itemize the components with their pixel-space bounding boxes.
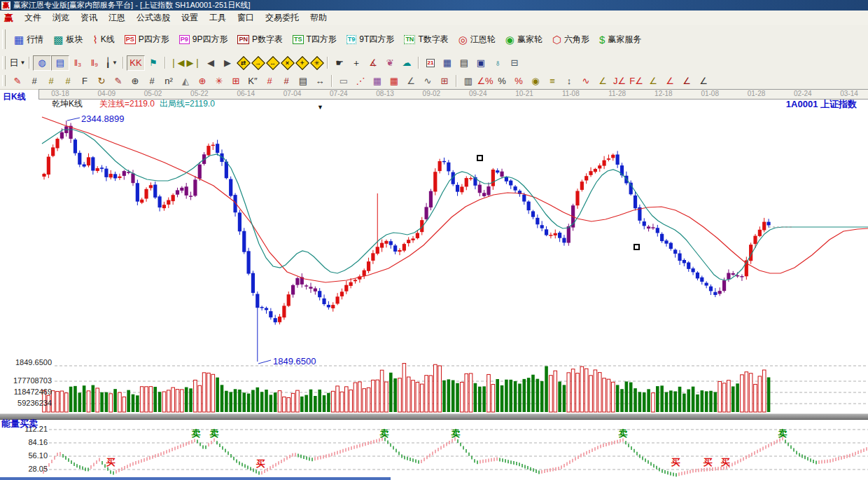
percent-tool[interactable]: % — [493, 74, 510, 88]
hexagon-button[interactable]: ⬡六角形 — [547, 32, 594, 48]
menu-item-浏览[interactable]: 浏览 — [47, 11, 75, 25]
spiral-tool[interactable]: ↻ — [93, 74, 110, 88]
shift-right-diamond-button[interactable]: → — [251, 56, 265, 69]
rect-tool[interactable]: ▭ — [335, 74, 352, 88]
f-angle-tool[interactable]: F∠ — [628, 74, 645, 88]
menu-item-资讯[interactable]: 资讯 — [75, 11, 103, 25]
menu-item-帮助[interactable]: 帮助 — [304, 11, 332, 25]
t-number-button[interactable]: TNT数字表 — [399, 32, 453, 48]
toolbar-grip[interactable] — [2, 56, 6, 69]
zoom-out-diamond-button[interactable]: ⇄ — [237, 56, 250, 69]
pencil-tool[interactable]: ✎ — [9, 74, 26, 88]
red-grid-tool[interactable]: ▦ — [386, 74, 402, 88]
next-button[interactable]: ▶ — [219, 56, 236, 70]
fan-rays-tool[interactable]: ⋰ — [352, 74, 369, 88]
grid-lines-tool[interactable]: # — [26, 74, 43, 88]
web-grid-tool[interactable]: ⊞ — [227, 74, 244, 88]
gann-shape-tool[interactable]: ❦ — [382, 56, 398, 70]
sector-button[interactable]: ▩板块 — [48, 32, 88, 48]
qiankun-kline-toggle[interactable]: KK — [127, 55, 145, 71]
win-grid-tool[interactable]: # — [278, 74, 295, 88]
fit-all-diamond-button[interactable]: ✳ — [310, 56, 323, 69]
t-square-button[interactable]: TST四方形 — [288, 32, 342, 48]
menu-item-工具[interactable]: 工具 — [204, 11, 232, 25]
quote-button[interactable]: ▦行情 — [9, 32, 48, 48]
f-grid-tool[interactable]: F — [76, 74, 93, 88]
box-grid-tool[interactable]: ⊞ — [436, 74, 453, 88]
menu-item-设置[interactable]: 设置 — [176, 11, 204, 25]
hash-tool[interactable]: # — [144, 74, 160, 88]
t9-square-button[interactable]: T99T四方形 — [342, 32, 400, 48]
wave-band-tool[interactable]: ∿ — [578, 74, 594, 88]
minute-9-button[interactable]: ‖₉ — [86, 56, 103, 70]
gold-angle-tool[interactable]: ∠ — [594, 74, 611, 88]
win-angle-tool[interactable]: ∠ — [678, 74, 695, 88]
angle-mirror-tool[interactable]: ◭ — [177, 74, 194, 88]
gold2-angle-tool[interactable]: ∠ — [645, 74, 662, 88]
ruler-123-tool[interactable]: ▤ — [295, 74, 312, 88]
notes-button[interactable]: ▤ — [456, 56, 472, 70]
price-mark-tool[interactable]: ↕ — [561, 74, 578, 88]
print-button[interactable]: ⊟ — [506, 56, 523, 70]
spider-web-tool[interactable]: ✳ — [211, 74, 227, 88]
kline-chart-canvas[interactable] — [0, 99, 868, 480]
period-day-button[interactable]: 日▼ — [9, 56, 26, 70]
n-square-tool[interactable]: n² — [160, 74, 177, 88]
thought-tool[interactable]: ☁ — [398, 56, 415, 70]
compress-diamond-button[interactable]: × — [281, 56, 294, 69]
menu-item-文件[interactable]: 文件 — [19, 11, 47, 25]
expand-diamond-button[interactable]: ↔ — [266, 56, 279, 69]
prev-button[interactable]: ◀ — [202, 56, 219, 70]
angle-line-tool[interactable]: ∠ — [402, 74, 419, 88]
gold-circle-tool[interactable]: ◉ — [527, 74, 544, 88]
first-page-button[interactable]: ❘◀ — [169, 56, 186, 70]
pane-separator[interactable] — [0, 413, 868, 420]
dropdown-arrow-icon: ▼ — [112, 60, 118, 66]
crosshair-tool[interactable]: ＋ — [348, 56, 365, 70]
percent-line-tool[interactable]: % — [510, 74, 527, 88]
shen-angle-tool[interactable]: ∠ — [662, 74, 678, 88]
four-angle-tool[interactable]: ∠ — [695, 74, 712, 88]
chart-network-toggle[interactable]: ◍ — [33, 55, 51, 71]
menu-item-窗口[interactable]: 窗口 — [232, 11, 260, 25]
flag-tool[interactable]: ⚑ — [145, 56, 162, 70]
k-quote-tool[interactable]: K″ — [244, 74, 261, 88]
scale-tool[interactable]: ▥ — [460, 74, 477, 88]
winner-service-button[interactable]: $赢家服务 — [594, 32, 646, 48]
toolbar-grip[interactable] — [2, 75, 6, 87]
chart-list-toggle[interactable]: ▤ — [51, 55, 69, 71]
zoom-in-diamond-button[interactable]: ＋ — [295, 56, 309, 69]
p-square-button[interactable]: PSP四方形 — [120, 32, 174, 48]
gold-grid-tool[interactable]: # — [43, 74, 59, 88]
save-button[interactable]: ▣ — [472, 56, 489, 70]
purple-grid-tool[interactable]: ▦ — [369, 74, 386, 88]
wave-tool[interactable]: ∿ — [419, 74, 436, 88]
j-angle-tool[interactable]: J∠ — [611, 74, 628, 88]
calculator-button[interactable]: ▦ — [439, 56, 456, 70]
toolbar-grip[interactable] — [2, 29, 6, 49]
shen-grid-tool[interactable]: # — [261, 74, 278, 88]
minute-3-button[interactable]: ‖₃ — [69, 56, 86, 70]
calendar-button[interactable]: 21 — [422, 56, 439, 70]
drag-hand-tool[interactable]: ☛ — [331, 56, 348, 70]
p9-square-button[interactable]: P99P四方形 — [174, 32, 233, 48]
gann-wheel-button[interactable]: ◎江恩轮 — [454, 32, 500, 48]
pencil2-tool[interactable]: ✎ — [110, 74, 127, 88]
last-page-button[interactable]: ▶❘ — [186, 56, 202, 70]
menu-item-江恩[interactable]: 江恩 — [103, 11, 131, 25]
winner-wheel-button[interactable]: ◉赢家轮 — [500, 32, 547, 48]
bottom-scrollbar[interactable] — [0, 477, 391, 480]
gold-line-tool[interactable]: ≡ — [544, 74, 561, 88]
candle-style-dropdown[interactable]: ╽▼ — [103, 56, 120, 70]
p-number-button[interactable]: PNP数字表 — [232, 32, 288, 48]
angle-measure-tool[interactable]: ∡ — [365, 56, 382, 70]
gold-grid2-tool[interactable]: # — [59, 74, 76, 88]
target-tool[interactable]: ⊕ — [194, 74, 211, 88]
menu-item-公式选股[interactable]: 公式选股 — [131, 11, 176, 25]
kline-button[interactable]: ⌇K线 — [88, 32, 119, 48]
menu-item-交易委托[interactable]: 交易委托 — [260, 11, 304, 25]
percent-slope-tool[interactable]: ∠% — [477, 74, 493, 88]
circle-cross-tool[interactable]: ⊕ — [127, 74, 144, 88]
width-tool[interactable]: ↔ — [312, 74, 328, 88]
web-button[interactable]: ♁ — [489, 56, 506, 70]
